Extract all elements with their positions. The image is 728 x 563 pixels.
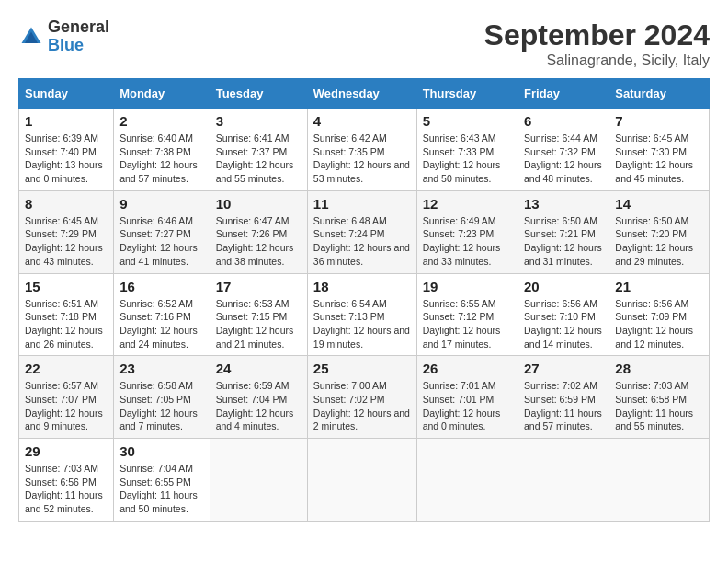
day-info: Sunrise: 6:48 AMSunset: 7:24 PMDaylight:… (313, 214, 411, 269)
day-number: 9 (119, 196, 204, 212)
day-number: 26 (423, 361, 512, 376)
logo: General Blue (18, 18, 109, 55)
day-number: 24 (216, 361, 301, 376)
day-number: 21 (615, 279, 703, 294)
day-info: Sunrise: 6:46 AMSunset: 7:27 PMDaylight:… (119, 214, 204, 269)
day-cell-29: 29Sunrise: 7:03 AMSunset: 6:56 PMDayligh… (19, 439, 114, 522)
header-wednesday: Wednesday (307, 79, 416, 109)
day-cell-18: 18Sunrise: 6:54 AMSunset: 7:13 PMDayligh… (307, 273, 416, 356)
day-cell-22: 22Sunrise: 6:57 AMSunset: 7:07 PMDayligh… (19, 356, 114, 439)
day-info: Sunrise: 6:58 AMSunset: 7:05 PMDaylight:… (119, 379, 204, 433)
day-cell-5: 5Sunrise: 6:43 AMSunset: 7:33 PMDaylight… (416, 109, 518, 191)
header-monday: Monday (114, 79, 210, 109)
day-cell-9: 9Sunrise: 6:46 AMSunset: 7:27 PMDaylight… (114, 190, 210, 273)
day-cell-8: 8Sunrise: 6:45 AMSunset: 7:29 PMDaylight… (19, 190, 114, 273)
day-info: Sunrise: 7:02 AMSunset: 6:59 PMDaylight:… (524, 379, 603, 433)
header-sunday: Sunday (19, 79, 114, 109)
day-info: Sunrise: 6:43 AMSunset: 7:33 PMDaylight:… (423, 132, 512, 186)
day-cell-13: 13Sunrise: 6:50 AMSunset: 7:21 PMDayligh… (518, 190, 609, 273)
day-number: 3 (216, 113, 301, 129)
day-number: 20 (524, 279, 603, 294)
month-title: September 2024 (484, 18, 710, 52)
day-number: 29 (25, 443, 108, 459)
calendar-week-1: 1Sunrise: 6:39 AMSunset: 7:40 PMDaylight… (19, 109, 710, 191)
day-info: Sunrise: 6:45 AMSunset: 7:30 PMDaylight:… (615, 132, 703, 186)
day-number: 23 (119, 361, 204, 376)
day-info: Sunrise: 7:03 AMSunset: 6:58 PMDaylight:… (615, 379, 703, 433)
day-number: 11 (313, 196, 411, 212)
day-cell-16: 16Sunrise: 6:52 AMSunset: 7:16 PMDayligh… (114, 273, 210, 356)
day-info: Sunrise: 6:42 AMSunset: 7:35 PMDaylight:… (313, 132, 411, 186)
day-number: 27 (524, 361, 603, 376)
logo-blue: Blue (48, 36, 84, 54)
day-number: 30 (119, 443, 204, 459)
day-cell-7: 7Sunrise: 6:45 AMSunset: 7:30 PMDaylight… (609, 109, 710, 191)
day-number: 8 (25, 196, 108, 212)
day-number: 17 (216, 279, 301, 294)
logo-text: General Blue (48, 18, 109, 55)
day-info: Sunrise: 6:54 AMSunset: 7:13 PMDaylight:… (313, 297, 411, 351)
day-cell-21: 21Sunrise: 6:56 AMSunset: 7:09 PMDayligh… (609, 273, 710, 356)
page-header: General Blue September 2024 Salinagrande… (18, 18, 710, 69)
day-number: 15 (25, 279, 108, 294)
day-cell-4: 4Sunrise: 6:42 AMSunset: 7:35 PMDaylight… (307, 109, 416, 191)
day-info: Sunrise: 6:49 AMSunset: 7:23 PMDaylight:… (423, 214, 512, 269)
empty-cell (609, 439, 710, 522)
day-cell-15: 15Sunrise: 6:51 AMSunset: 7:18 PMDayligh… (19, 273, 114, 356)
header-friday: Friday (518, 79, 609, 109)
day-info: Sunrise: 6:51 AMSunset: 7:18 PMDaylight:… (25, 297, 108, 351)
day-info: Sunrise: 6:59 AMSunset: 7:04 PMDaylight:… (216, 379, 301, 433)
day-number: 22 (25, 361, 108, 376)
day-number: 28 (615, 361, 703, 376)
calendar-header-row: SundayMondayTuesdayWednesdayThursdayFrid… (19, 79, 710, 109)
day-cell-12: 12Sunrise: 6:49 AMSunset: 7:23 PMDayligh… (416, 190, 518, 273)
empty-cell (416, 439, 518, 522)
day-number: 16 (119, 279, 204, 294)
day-info: Sunrise: 6:55 AMSunset: 7:12 PMDaylight:… (423, 297, 512, 351)
day-info: Sunrise: 6:53 AMSunset: 7:15 PMDaylight:… (216, 297, 301, 351)
day-info: Sunrise: 6:52 AMSunset: 7:16 PMDaylight:… (119, 297, 204, 351)
empty-cell (307, 439, 416, 522)
day-info: Sunrise: 6:57 AMSunset: 7:07 PMDaylight:… (25, 379, 108, 433)
day-cell-27: 27Sunrise: 7:02 AMSunset: 6:59 PMDayligh… (518, 356, 609, 439)
logo-icon (18, 24, 44, 50)
title-block: September 2024 Salinagrande, Sicily, Ita… (484, 18, 710, 69)
day-cell-11: 11Sunrise: 6:48 AMSunset: 7:24 PMDayligh… (307, 190, 416, 273)
empty-cell (518, 439, 609, 522)
day-number: 6 (524, 113, 603, 129)
day-info: Sunrise: 6:50 AMSunset: 7:20 PMDaylight:… (615, 214, 703, 269)
day-cell-14: 14Sunrise: 6:50 AMSunset: 7:20 PMDayligh… (609, 190, 710, 273)
day-number: 10 (216, 196, 301, 212)
day-cell-26: 26Sunrise: 7:01 AMSunset: 7:01 PMDayligh… (416, 356, 518, 439)
day-info: Sunrise: 6:47 AMSunset: 7:26 PMDaylight:… (216, 214, 301, 269)
day-info: Sunrise: 7:03 AMSunset: 6:56 PMDaylight:… (25, 462, 108, 516)
empty-cell (210, 439, 307, 522)
day-info: Sunrise: 7:01 AMSunset: 7:01 PMDaylight:… (423, 379, 512, 433)
day-cell-23: 23Sunrise: 6:58 AMSunset: 7:05 PMDayligh… (114, 356, 210, 439)
day-cell-17: 17Sunrise: 6:53 AMSunset: 7:15 PMDayligh… (210, 273, 307, 356)
day-info: Sunrise: 6:56 AMSunset: 7:09 PMDaylight:… (615, 297, 703, 351)
day-number: 4 (313, 113, 411, 129)
day-info: Sunrise: 6:40 AMSunset: 7:38 PMDaylight:… (119, 132, 204, 186)
day-cell-20: 20Sunrise: 6:56 AMSunset: 7:10 PMDayligh… (518, 273, 609, 356)
day-cell-30: 30Sunrise: 7:04 AMSunset: 6:55 PMDayligh… (114, 439, 210, 522)
day-cell-25: 25Sunrise: 7:00 AMSunset: 7:02 PMDayligh… (307, 356, 416, 439)
day-cell-28: 28Sunrise: 7:03 AMSunset: 6:58 PMDayligh… (609, 356, 710, 439)
day-cell-3: 3Sunrise: 6:41 AMSunset: 7:37 PMDaylight… (210, 109, 307, 191)
calendar-week-3: 15Sunrise: 6:51 AMSunset: 7:18 PMDayligh… (19, 273, 710, 356)
location-subtitle: Salinagrande, Sicily, Italy (484, 52, 710, 69)
day-cell-1: 1Sunrise: 6:39 AMSunset: 7:40 PMDaylight… (19, 109, 114, 191)
day-info: Sunrise: 6:41 AMSunset: 7:37 PMDaylight:… (216, 132, 301, 186)
day-number: 2 (119, 113, 204, 129)
day-number: 19 (423, 279, 512, 294)
day-cell-24: 24Sunrise: 6:59 AMSunset: 7:04 PMDayligh… (210, 356, 307, 439)
day-number: 25 (313, 361, 411, 376)
day-info: Sunrise: 6:44 AMSunset: 7:32 PMDaylight:… (524, 132, 603, 186)
day-number: 5 (423, 113, 512, 129)
day-number: 18 (313, 279, 411, 294)
day-info: Sunrise: 6:50 AMSunset: 7:21 PMDaylight:… (524, 214, 603, 269)
day-info: Sunrise: 7:04 AMSunset: 6:55 PMDaylight:… (119, 462, 204, 516)
day-number: 1 (25, 113, 108, 129)
day-info: Sunrise: 6:56 AMSunset: 7:10 PMDaylight:… (524, 297, 603, 351)
header-thursday: Thursday (416, 79, 518, 109)
